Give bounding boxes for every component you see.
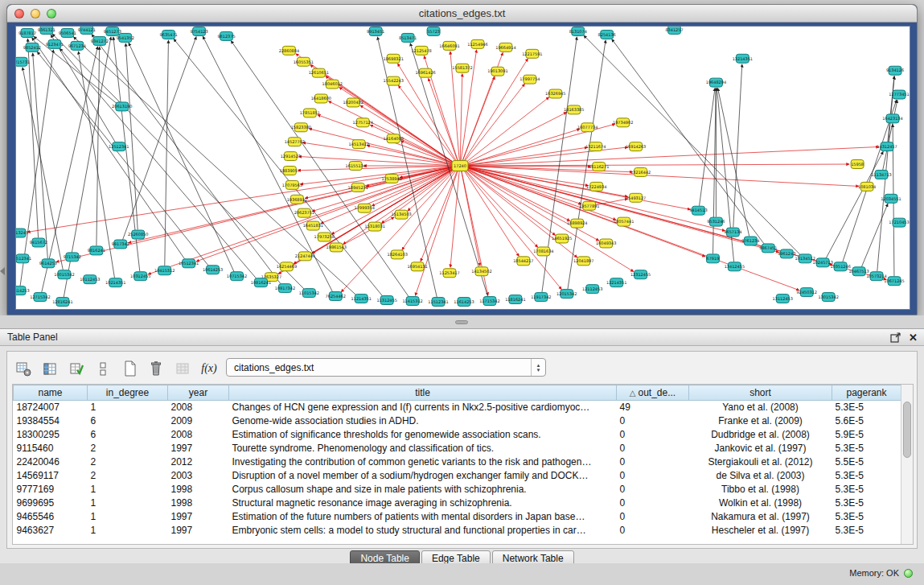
graph-node[interactable]: 9913451 [367, 27, 384, 35]
graph-node[interactable]: 21247447 [295, 252, 315, 261]
graph-node[interactable]: 19577891 [579, 201, 599, 210]
graph-node[interactable]: 10015342 [54, 270, 74, 279]
graph-node[interactable]: 17851851 [300, 109, 320, 117]
graph-node[interactable]: 67919 [706, 254, 719, 263]
graph-node[interactable]: 16646091 [439, 41, 459, 50]
table-row[interactable]: 1938455462009Genome-wide association stu… [14, 414, 901, 428]
graph-node[interactable]: 19664914 [495, 43, 515, 51]
collapse-arrow-icon[interactable] [0, 267, 5, 275]
graph-node[interactable]: 9867451 [759, 244, 777, 253]
graph-node[interactable]: 11015342 [299, 289, 319, 298]
graph-node[interactable]: 14527702 [285, 138, 305, 146]
graph-node[interactable]: 22860884 [279, 46, 299, 55]
graph-node[interactable]: 17081634 [533, 247, 553, 256]
graph-node[interactable]: 18945271 [348, 183, 368, 192]
graph-node[interactable]: 10351246 [830, 262, 850, 271]
graph-node[interactable]: 8513471 [399, 33, 417, 42]
graph-node[interactable]: 17079563 [282, 180, 302, 189]
float-panel-icon[interactable] [890, 332, 901, 343]
graph-node[interactable]: 9134126 [886, 66, 904, 75]
graph-node[interactable]: 18057441 [614, 217, 634, 226]
table-row[interactable]: 969969511998Structural magnetic resonanc… [14, 496, 901, 510]
graph-node[interactable]: 16116271 [589, 163, 609, 171]
close-panel-icon[interactable]: ✕ [909, 329, 918, 346]
graph-node[interactable]: 15958 [851, 160, 864, 169]
graph-node[interactable]: 19861543 [326, 243, 347, 252]
table-scrollbar[interactable] [901, 385, 913, 544]
graph-node[interactable]: 10312455 [130, 272, 150, 281]
graph-node[interactable]: 1081034 [858, 182, 876, 191]
graph-node[interactable]: 17999354 [355, 204, 375, 212]
graph-node[interactable]: 19013091 [487, 67, 507, 76]
graph-node[interactable]: 12034551 [881, 194, 901, 203]
graph-node[interactable]: 10715342 [227, 272, 247, 281]
graph-node[interactable]: 16049343 [596, 239, 616, 248]
graph-node[interactable]: 25260850 [128, 230, 148, 239]
table-row[interactable]: 1830029562008Estimation of significance … [14, 428, 901, 442]
graph-node[interactable]: 9761234 [741, 237, 759, 245]
graph-node[interactable]: 9531246 [707, 217, 725, 226]
graph-node[interactable]: 92450312 [797, 288, 817, 297]
graph-node[interactable]: 12610651 [309, 68, 329, 77]
graph-node[interactable]: 15542243 [383, 76, 403, 85]
graph-node[interactable]: 16423134 [882, 114, 902, 123]
graph-node[interactable]: 9715342 [64, 253, 81, 262]
column-header-name[interactable]: name [14, 385, 88, 401]
graph-node[interactable]: 20623751 [294, 208, 314, 217]
graph-node[interactable]: 9635471 [160, 30, 178, 39]
graph-node[interactable]: 18839057 [280, 167, 300, 175]
graph-node[interactable]: 8131074 [569, 27, 587, 35]
graph-node[interactable]: 16954131 [407, 262, 427, 271]
graph-node[interactable]: 12217591 [522, 49, 542, 58]
row-height-icon[interactable] [93, 359, 113, 378]
graph-node[interactable]: 15493127 [626, 193, 646, 202]
graph-node[interactable]: 17997754 [519, 75, 540, 84]
graph-node[interactable]: 9341272 [91, 36, 109, 45]
graph-node[interactable]: 14164009 [383, 134, 403, 143]
graph-node[interactable]: 11715342 [479, 297, 499, 306]
new-column-icon[interactable] [120, 359, 139, 378]
graph-node[interactable]: 9744121 [78, 27, 96, 34]
graph-node[interactable]: 19734902 [613, 118, 633, 127]
graph-node[interactable]: 16961426 [415, 68, 435, 77]
graph-node[interactable]: 9123471 [46, 39, 64, 48]
graph-node[interactable]: 12125478 [411, 46, 431, 55]
graph-node[interactable]: 9187817 [18, 28, 36, 37]
graph-node[interactable]: 10614253 [203, 266, 223, 274]
graph-node[interactable]: 9313245 [16, 229, 28, 237]
graph-node[interactable]: 76254462 [326, 292, 346, 301]
network-view[interactable]: 1724022860884160553511261065118046012164… [15, 26, 910, 310]
graph-node[interactable]: 13112453 [773, 295, 793, 303]
graph-node[interactable]: 11415312 [402, 297, 422, 306]
graph-node[interactable]: 10816241 [251, 278, 271, 287]
graph-node[interactable]: 10671245 [884, 277, 904, 286]
graph-node[interactable]: 9215731 [16, 57, 30, 66]
table-row[interactable]: 1872400712008Changes of HCN gene express… [14, 401, 901, 414]
table-row[interactable]: 946554611997Estimation of the future num… [14, 510, 901, 524]
graph-node[interactable]: 9414513 [689, 206, 707, 215]
graph-node[interactable]: 16914263 [626, 142, 646, 151]
graph-node[interactable]: 11253417 [439, 269, 459, 278]
graph-node[interactable]: 17210453 [889, 218, 909, 227]
column-header-short[interactable]: short [689, 385, 832, 401]
import-table-icon[interactable] [173, 359, 192, 378]
graph-node[interactable]: 17973258 [314, 233, 335, 241]
graph-node[interactable]: 12041897 [573, 257, 593, 266]
column-header-pagerank[interactable]: pagerank [832, 385, 901, 401]
graph-node[interactable]: 11254946 [467, 39, 487, 48]
graph-node[interactable]: 13211674 [585, 142, 606, 151]
graph-node[interactable]: 11134713 [871, 170, 891, 179]
graph-node[interactable]: 9671234 [68, 41, 86, 50]
graph-node[interactable]: 12112453 [582, 285, 602, 294]
graph-node[interactable]: 14651925 [552, 234, 572, 243]
graph-node[interactable]: 12816241 [52, 298, 72, 307]
column-header-out_degree[interactable]: △out_de... [617, 385, 689, 401]
graph-node[interactable]: 13412455 [725, 262, 745, 271]
graph-node[interactable]: 9812375 [217, 31, 235, 40]
graph-node[interactable]: 10112453 [80, 275, 100, 284]
graph-node[interactable]: 20613190 [112, 102, 132, 111]
combo-spinner-icon[interactable]: ▲ ▼ [531, 359, 545, 376]
graph-node[interactable]: 18544217 [513, 257, 533, 266]
graph-node[interactable]: 12312455 [630, 270, 651, 279]
graph-node[interactable]: 9657134 [724, 228, 741, 237]
